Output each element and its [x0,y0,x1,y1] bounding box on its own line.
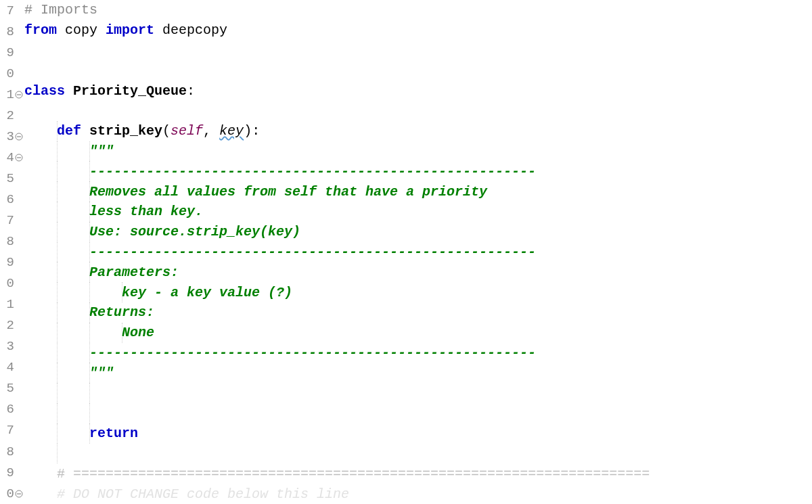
docstring-text: Use: source.strip_key(key) [89,224,300,239]
line-number: 2 [7,108,14,123]
code-line: from copy import deepcopy [24,20,812,41]
keyword-def: def [57,123,81,139]
line-number: 1 [7,87,14,102]
line-number: 4 [7,150,14,165]
line-number: 2 [7,318,14,333]
code-line: def strip_key(self, key): [24,121,812,141]
docstring-text: """ [89,143,114,159]
code-line: Returns: [24,302,812,323]
line-number: 8 [7,234,14,249]
line-number: 4 [7,360,14,375]
code-line [24,101,812,121]
code-line: Removes all values from self that have a… [24,181,812,202]
line-number: 8 [7,24,14,39]
line-number: 0 [7,276,14,291]
docstring-text: Removes all values from self that have a… [89,184,487,200]
param-self: self [171,123,203,139]
line-number: 9 [7,255,14,270]
class-name: Priority_Queue [65,83,187,99]
line-number: 8 [7,444,14,459]
code-line: class Priority_Queue: [24,81,812,101]
line-number: 3 [7,339,14,354]
code-line: Use: source.strip_key(key) [24,222,812,242]
fold-collapse-icon[interactable] [15,490,23,498]
code-line: return [24,423,812,444]
code-line: # Imports [24,0,812,20]
code-line [24,444,812,464]
code-line: ----------------------------------------… [24,161,812,181]
docstring-text: ----------------------------------------… [89,164,536,179]
code-line: ----------------------------------------… [24,242,812,262]
fold-collapse-icon[interactable] [15,154,23,162]
line-number: 9 [7,45,14,60]
code-line: less than key. [24,202,812,222]
keyword-from: from [24,22,57,38]
code-line: """ [24,141,812,162]
line-number: 0 [7,486,14,501]
comment-text: # ======================================… [57,466,650,482]
code-line: # ======================================… [24,463,812,484]
line-number: 9 [7,465,14,480]
line-number: 6 [7,192,14,207]
docstring-text: key - a key value (?) [89,285,292,300]
code-line: # DO NOT CHANGE code below this line [24,484,812,504]
line-number: 5 [7,381,14,396]
docstring-text: ----------------------------------------… [89,345,536,361]
code-line: Parameters: [24,262,812,282]
code-line: key - a key value (?) [24,282,812,302]
line-number: 7 [7,213,14,228]
line-number: 5 [7,171,14,186]
line-number: 1 [7,297,14,312]
docstring-text: ----------------------------------------… [89,244,536,260]
code-line: ----------------------------------------… [24,343,812,363]
code-line [24,41,812,61]
line-number: 7 [7,3,14,18]
comment-text: # DO NOT CHANGE code below this line [57,486,349,502]
code-line [24,383,812,403]
keyword-return: return [89,426,138,441]
docstring-text: """ [89,365,114,381]
docstring-text: Returns: [89,304,154,320]
code-editor[interactable]: # Imports from copy import deepcopy clas… [15,0,812,504]
fold-collapse-icon[interactable] [15,91,23,99]
line-number: 6 [7,402,14,417]
code-line [24,403,812,423]
docstring-text: Parameters: [89,265,179,280]
fold-collapse-icon[interactable] [15,133,23,141]
code-line: None [24,323,812,343]
line-number-gutter: 7 8 9 0 1 2 3 4 5 6 7 8 9 0 1 2 3 4 5 6 … [0,0,15,504]
keyword-class: class [24,83,65,99]
code-line: """ [24,363,812,383]
code-line [24,60,812,81]
function-name: strip_key [81,123,162,139]
line-number: 0 [7,66,14,81]
line-number: 7 [7,423,14,438]
docstring-text: less than key. [89,204,203,219]
comment-text: # Imports [24,2,97,18]
param-key: key [219,123,244,139]
line-number: 3 [7,129,14,144]
keyword-import: import [106,22,154,38]
